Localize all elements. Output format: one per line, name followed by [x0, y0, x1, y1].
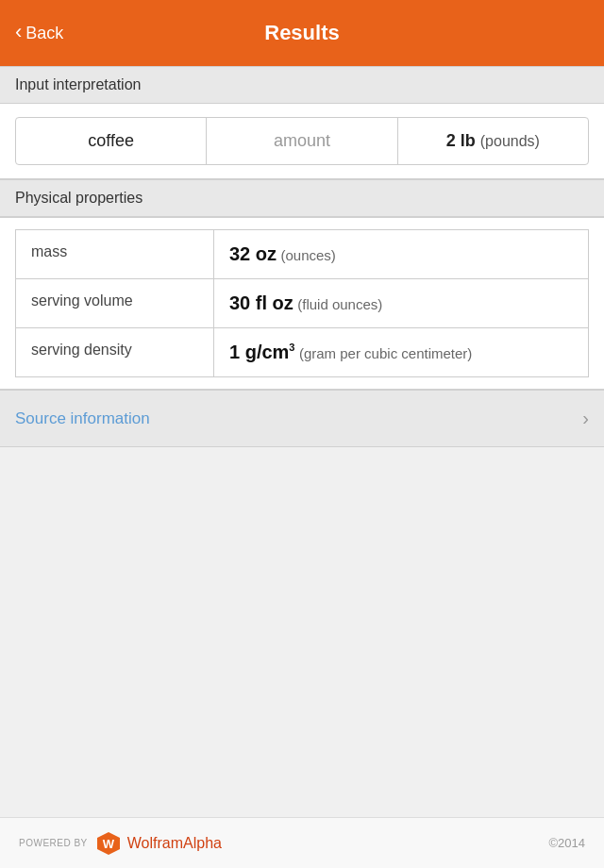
- interpretation-value-main: 2 lb: [446, 131, 476, 150]
- table-row: mass 32 oz (ounces): [16, 230, 589, 279]
- footer: POWERED BY W WolframAlpha ©2014: [0, 817, 604, 868]
- table-row: serving density 1 g/cm3 (gram per cubic …: [16, 328, 589, 377]
- interpretation-value: 2 lb (pounds): [398, 118, 588, 164]
- superscript: 3: [289, 342, 294, 353]
- interpretation-subject: coffee: [16, 118, 207, 164]
- prop-label-serving-density: serving density: [16, 328, 214, 377]
- table-row: serving volume 30 fl oz (fluid ounces): [16, 279, 589, 328]
- serving-density-value-desc: (gram per cubic centimeter): [299, 345, 472, 361]
- powered-by-section: POWERED BY W WolframAlpha: [19, 830, 222, 857]
- serving-volume-value-main: 30 fl oz: [229, 292, 294, 313]
- source-information-row[interactable]: Source information ›: [0, 390, 604, 447]
- interpretation-property: amount: [207, 118, 397, 164]
- prop-value-mass: 32 oz (ounces): [214, 230, 589, 279]
- page-title: Results: [264, 21, 339, 45]
- prop-value-serving-volume: 30 fl oz (fluid ounces): [214, 279, 589, 328]
- wolfram-logo: W WolframAlpha: [95, 830, 222, 857]
- physical-properties-label: Physical properties: [0, 179, 604, 217]
- properties-table: mass 32 oz (ounces) serving volume 30 fl…: [15, 229, 589, 377]
- properties-container: mass 32 oz (ounces) serving volume 30 fl…: [0, 217, 604, 390]
- header: ‹ Back Results: [0, 0, 604, 66]
- back-label: Back: [25, 24, 63, 43]
- prop-value-serving-density: 1 g/cm3 (gram per cubic centimeter): [214, 328, 589, 377]
- serving-volume-value-desc: (fluid ounces): [297, 296, 382, 312]
- svg-text:W: W: [103, 837, 115, 851]
- mass-value-desc: (ounces): [280, 247, 335, 263]
- prop-label-serving-volume: serving volume: [16, 279, 214, 328]
- chevron-right-icon: ›: [582, 408, 589, 429]
- interpretation-container: coffee amount 2 lb (pounds): [0, 104, 604, 179]
- wolfram-icon: W: [95, 830, 122, 857]
- input-interpretation-label: Input interpretation: [0, 66, 604, 104]
- interpretation-row: coffee amount 2 lb (pounds): [15, 117, 589, 165]
- source-information-label: Source information: [15, 409, 150, 428]
- mass-value-main: 32 oz: [229, 243, 277, 264]
- serving-density-value-main: 1 g/cm3: [229, 342, 294, 362]
- interpretation-value-unit: (pounds): [480, 133, 540, 149]
- back-button[interactable]: ‹ Back: [15, 22, 63, 44]
- powered-by-text: POWERED BY: [19, 838, 88, 848]
- prop-label-mass: mass: [16, 230, 214, 279]
- copyright-text: ©2014: [549, 836, 586, 850]
- back-arrow-icon: ‹: [15, 20, 22, 44]
- wolfram-brand-name: WolframAlpha: [127, 835, 222, 852]
